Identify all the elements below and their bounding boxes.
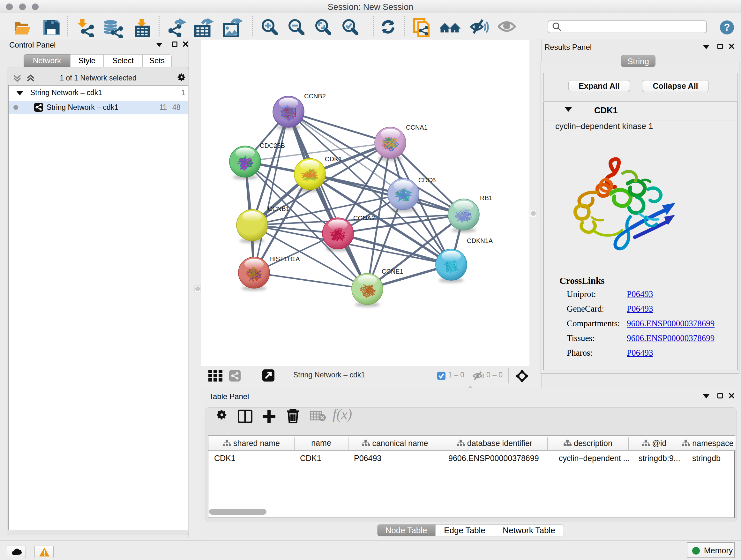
svg-text:CDC6: CDC6 xyxy=(418,177,435,184)
svg-text:CCNE1: CCNE1 xyxy=(382,268,403,275)
svg-text:CDKN1A: CDKN1A xyxy=(467,237,493,244)
svg-text:HIST1H1A: HIST1H1A xyxy=(269,255,300,262)
svg-text:CCNB2: CCNB2 xyxy=(304,92,326,100)
svg-text:CDK1: CDK1 xyxy=(325,155,342,163)
svg-text:CCNA2: CCNA2 xyxy=(353,214,375,222)
svg-text:CDC25B: CDC25B xyxy=(260,142,285,149)
svg-text:CCNA1: CCNA1 xyxy=(406,124,428,131)
svg-text:RB1: RB1 xyxy=(480,194,492,201)
svg-text:CCNB1: CCNB1 xyxy=(268,205,289,212)
